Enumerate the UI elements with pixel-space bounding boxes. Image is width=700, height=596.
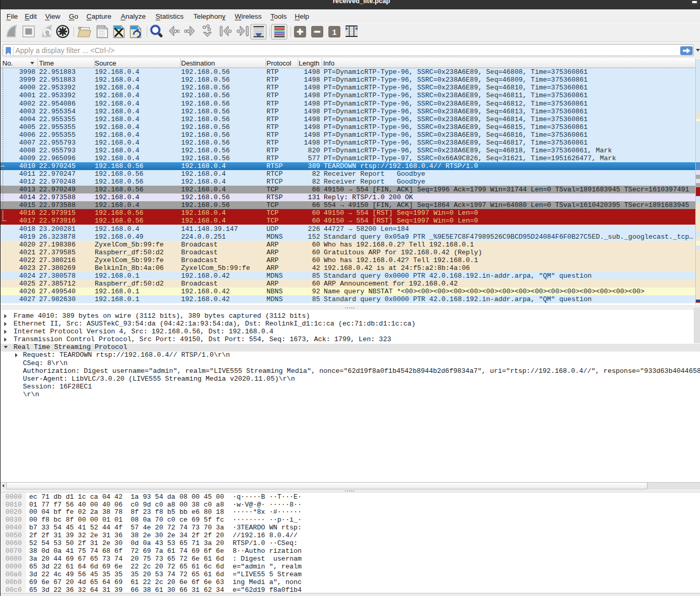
svg-text:1: 1 bbox=[332, 28, 336, 36]
svg-text:0111: 0111 bbox=[99, 35, 105, 38]
